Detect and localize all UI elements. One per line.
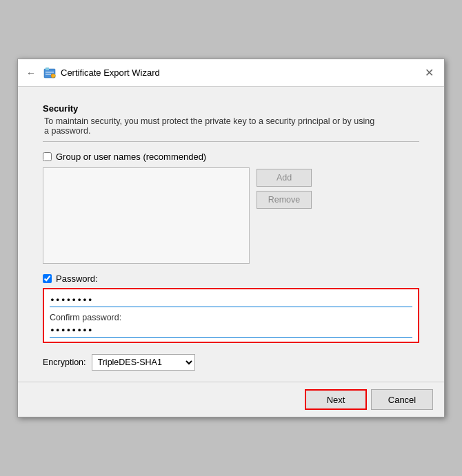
- back-button[interactable]: ←: [23, 66, 39, 80]
- confirm-label: Confirm password:: [50, 313, 412, 322]
- dialog-footer: Next Cancel: [18, 382, 444, 417]
- confirm-password-input[interactable]: [50, 324, 412, 338]
- group-listbox[interactable]: [43, 167, 250, 264]
- divider: [43, 141, 419, 142]
- svg-text:🔑: 🔑: [52, 74, 56, 78]
- dialog-content: Security To maintain security, you must …: [18, 87, 444, 382]
- password-box: Confirm password:: [43, 288, 419, 343]
- section-description: To maintain security, you must protect t…: [43, 116, 419, 136]
- wizard-icon: 🔑: [43, 66, 57, 80]
- password-section: Password: Confirm password:: [43, 273, 419, 343]
- group-checkbox-label: Group or user names (recommended): [56, 152, 206, 162]
- password-checkbox[interactable]: [43, 274, 52, 283]
- password-checkbox-row: Password:: [43, 273, 419, 284]
- svg-rect-1: [46, 68, 49, 70]
- password-input[interactable]: [50, 293, 412, 307]
- group-checkbox-row: Group or user names (recommended): [43, 152, 419, 162]
- title-bar-left: ← 🔑 Certificate Export Wizard: [23, 66, 160, 80]
- group-checkbox[interactable]: [43, 152, 52, 161]
- encryption-select[interactable]: TripleDES-SHA1 AES256-SHA256: [92, 354, 195, 371]
- encryption-row: Encryption: TripleDES-SHA1 AES256-SHA256: [43, 354, 419, 371]
- section-title: Security: [43, 103, 419, 114]
- add-button[interactable]: Add: [257, 169, 312, 187]
- svg-rect-2: [46, 72, 54, 73]
- encryption-label: Encryption:: [43, 358, 86, 367]
- certificate-export-wizard-dialog: ← 🔑 Certificate Export Wizard ✕ Security…: [17, 59, 445, 417]
- group-buttons: Add Remove: [257, 167, 312, 264]
- dialog-title: Certificate Export Wizard: [61, 68, 160, 78]
- cancel-button[interactable]: Cancel: [371, 389, 433, 410]
- remove-button[interactable]: Remove: [257, 191, 312, 209]
- group-area: Add Remove: [43, 167, 419, 264]
- close-button[interactable]: ✕: [421, 65, 437, 81]
- next-button[interactable]: Next: [305, 389, 367, 410]
- svg-rect-3: [46, 74, 51, 75]
- password-checkbox-label: Password:: [56, 273, 98, 284]
- title-bar: ← 🔑 Certificate Export Wizard ✕: [18, 59, 444, 87]
